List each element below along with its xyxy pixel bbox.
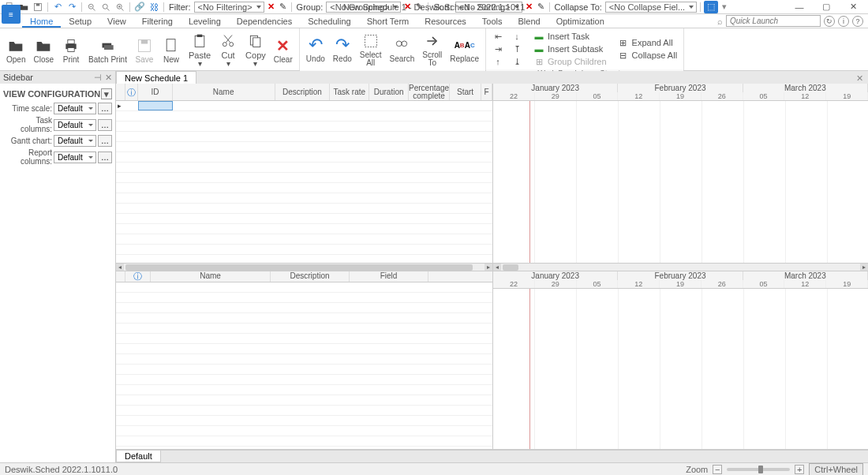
copy-button[interactable]: Copy▾ (242, 30, 269, 69)
sort-edit-icon[interactable]: ✎ (536, 2, 546, 12)
gantt-bottom[interactable]: January 2023February 2023March 2023 2229… (493, 271, 868, 449)
cut-button[interactable]: Cut▾ (215, 30, 241, 69)
gantt-top[interactable]: January 2023February 2023March 2023 2229… (493, 84, 868, 271)
col-header[interactable]: ID (138, 84, 173, 100)
minimize-button[interactable]: — (788, 1, 811, 13)
qat-dropdown-icon[interactable]: ▾ (720, 2, 729, 12)
print-button[interactable]: Print (58, 35, 84, 65)
scroll-right-icon[interactable]: ▸ (485, 264, 492, 271)
col-header[interactable]: Name (151, 271, 271, 282)
promote-button[interactable]: ⤒ (508, 43, 526, 55)
info-button[interactable]: i (838, 16, 849, 27)
info-col-icon[interactable]: ⓘ (125, 84, 138, 100)
sb-edit-3[interactable]: … (98, 151, 112, 163)
move-up-button[interactable]: ↑ (489, 55, 507, 68)
zoom-out-button[interactable]: − (713, 465, 722, 474)
sb-combo-2[interactable]: Default (54, 135, 96, 147)
menu-scheduling[interactable]: Scheduling (300, 15, 358, 28)
menu-tools[interactable]: Tools (474, 15, 511, 28)
outdent-button[interactable]: ⇤ (489, 30, 507, 43)
menu-resources[interactable]: Resources (417, 15, 474, 28)
new-button[interactable]: New (159, 35, 184, 65)
col-header[interactable] (116, 84, 125, 100)
menu-dependencies[interactable]: Dependencies (229, 15, 300, 28)
replace-button[interactable]: ABACReplace (447, 34, 482, 65)
selected-cell[interactable] (138, 101, 173, 110)
tab-close-icon[interactable]: ✕ (851, 73, 868, 84)
menu-optimization[interactable]: Optimization (548, 15, 612, 28)
filter-edit-icon[interactable]: ✎ (278, 2, 288, 12)
paste-button[interactable]: Paste▾ (185, 30, 214, 69)
sb-combo-1[interactable]: Default (54, 119, 96, 131)
zoom-out-icon[interactable] (85, 1, 98, 13)
col-header[interactable]: Start (450, 84, 481, 100)
menu-blend[interactable]: Blend (511, 15, 548, 28)
insert-task-button[interactable]: ▬Insert Task (530, 30, 610, 43)
report-grid[interactable]: ⓘNameDescriptionField (116, 271, 493, 449)
zoom-fit-icon[interactable] (99, 1, 112, 13)
unlink-icon[interactable]: ⛓ (148, 1, 160, 13)
col-header[interactable]: Description (275, 84, 331, 100)
save-icon[interactable] (32, 1, 44, 13)
view-config-menu-icon[interactable]: ▾ (101, 88, 112, 99)
indent-button[interactable]: ⇥ (489, 43, 507, 55)
quick-launch-input[interactable] (726, 15, 821, 27)
schedule-tab[interactable]: New Schedule 1 (116, 71, 196, 84)
menu-short-term[interactable]: Short Term (359, 15, 417, 28)
scroll-left-icon[interactable]: ◂ (116, 264, 124, 271)
ctrl-wheel-button[interactable]: Ctrl+Wheel (809, 463, 863, 476)
zoom-in-button[interactable]: + (795, 465, 804, 474)
filter-clear-icon[interactable]: ✕ (266, 2, 276, 12)
close-file-button[interactable]: Close (30, 35, 57, 65)
menu-view[interactable]: View (99, 15, 134, 28)
group-children-button[interactable]: ⊞Group Children (530, 55, 610, 68)
batch-print-button[interactable]: Batch Print (85, 35, 130, 65)
demote-button[interactable]: ⤓ (508, 55, 526, 68)
sidebar-close-icon[interactable]: ✕ (105, 73, 112, 83)
clear-button[interactable]: ✕Clear (271, 35, 296, 65)
select-all-button[interactable]: Select All (357, 30, 385, 69)
task-grid[interactable]: ⓘIDNameDescriptionTask rateDurationPerce… (116, 84, 493, 271)
sb-edit-0[interactable]: … (98, 103, 112, 114)
undo-button[interactable]: ↶Undo (303, 34, 328, 65)
col-header[interactable]: Duration (369, 84, 409, 100)
open-button[interactable]: Open (3, 35, 28, 65)
zoom-slider[interactable] (727, 468, 790, 471)
grid-hscroll[interactable]: ◂ ▸ (116, 263, 492, 271)
search-button[interactable]: Search (387, 34, 418, 65)
sb-edit-1[interactable]: … (98, 119, 112, 131)
info-col-icon[interactable]: ⓘ (125, 271, 151, 282)
help-button[interactable]: ? (852, 16, 863, 27)
col-header[interactable] (116, 271, 125, 282)
col-header[interactable]: F (481, 84, 492, 100)
sb-edit-2[interactable]: … (98, 135, 112, 147)
scroll-to-button[interactable]: Scroll To (419, 30, 445, 69)
sb-combo-3[interactable]: Default (54, 151, 96, 163)
default-tab[interactable]: Default (116, 451, 161, 462)
insert-subtask-button[interactable]: ▬Insert Subtask (530, 43, 610, 55)
close-button[interactable]: ✕ (841, 1, 865, 13)
save-button[interactable]: Save (132, 35, 157, 65)
col-header[interactable]: Percentage complete (409, 84, 450, 100)
collapse-all-button[interactable]: ⊟Collapse All (615, 49, 680, 62)
filter-combo[interactable]: <No Filtering> (194, 2, 264, 13)
col-header[interactable]: Name (173, 84, 275, 100)
col-header[interactable]: Field (350, 271, 428, 282)
col-header[interactable]: Task rate (330, 84, 369, 100)
maximize-button[interactable]: ▢ (814, 1, 838, 13)
refresh-button[interactable]: ↻ (824, 16, 835, 27)
sort-clear-icon[interactable]: ✕ (524, 2, 534, 12)
gantt-scroll-left-icon[interactable]: ◂ (493, 264, 501, 271)
app-icon[interactable]: ≡ (2, 5, 21, 24)
sidebar-pin-icon[interactable]: ⊣ (94, 73, 102, 83)
col-header[interactable]: Description (271, 271, 350, 282)
redo-icon[interactable]: ↷ (65, 1, 78, 13)
gantt-scroll-right-icon[interactable]: ▸ (860, 264, 868, 271)
zoom-in-icon[interactable] (114, 1, 126, 13)
menu-home[interactable]: Home (22, 15, 61, 28)
undo-icon[interactable]: ↶ (51, 1, 64, 13)
extra-tool-icon[interactable]: ⬚ (704, 1, 718, 13)
redo-button[interactable]: ↷Redo (330, 34, 355, 65)
link-icon[interactable]: 🔗 (133, 1, 146, 13)
sb-combo-0[interactable]: Default (54, 103, 96, 114)
